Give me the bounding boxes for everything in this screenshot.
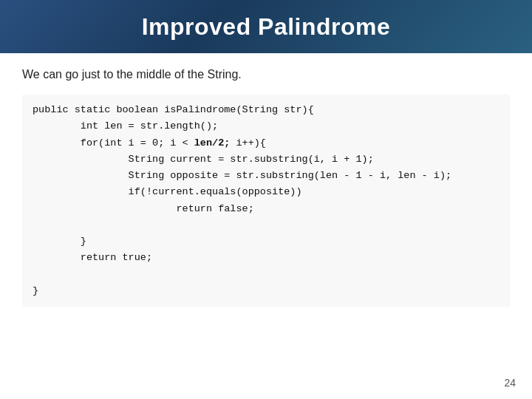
code-block: public static boolean isPalindrome(Strin… [22, 95, 510, 307]
code-line-1: public static boolean isPalindrome(Strin… [33, 102, 499, 118]
code-line-5: String opposite = str.substring(len - 1 … [33, 168, 499, 184]
code-line-10: return true; [33, 250, 499, 266]
slide-content: We can go just to the middle of the Stri… [0, 53, 532, 314]
slide-header: Improved Palindrome [0, 0, 532, 53]
slide-number: 24 [504, 377, 516, 389]
code-line-2: int len = str.length(); [33, 118, 499, 134]
code-line-11 [33, 267, 499, 283]
code-line-6: if(!current.equals(opposite)) [33, 184, 499, 200]
code-line-12: } [33, 283, 499, 299]
code-line-9: } [33, 233, 499, 250]
description-text: We can go just to the middle of the Stri… [22, 68, 510, 81]
code-line-3: for(int i = 0; i < len/2; i++){ [33, 135, 499, 151]
slide-title: Improved Palindrome [142, 13, 391, 41]
code-line-8 [33, 217, 499, 233]
code-line-4: String current = str.substring(i, i + 1)… [33, 151, 499, 168]
code-line-7: return false; [33, 201, 499, 217]
bold-text: len/2; [194, 137, 231, 149]
